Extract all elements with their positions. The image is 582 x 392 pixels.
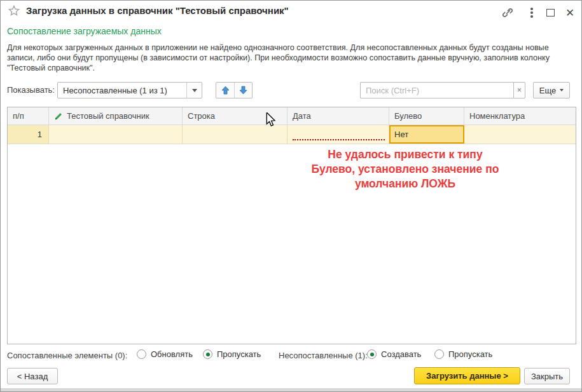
more-actions-button[interactable]: Еще xyxy=(533,82,570,98)
filter-value-input[interactable] xyxy=(58,83,186,98)
description-text: Для некоторых загруженных данных в прило… xyxy=(7,43,569,73)
close-button[interactable]: Закрыть xyxy=(524,368,570,384)
column-header-nomenclature[interactable]: Номенклатура xyxy=(464,107,576,125)
dialog-window: Загрузка данных в справочник "Тестовый с… xyxy=(0,0,582,392)
search-clear-button[interactable]: × xyxy=(513,82,525,98)
move-buttons-group xyxy=(216,82,253,98)
filter-dropdown[interactable] xyxy=(57,82,187,98)
annotation-line: умолчанию ЛОЖЬ xyxy=(267,177,544,191)
radio-icon xyxy=(137,349,146,359)
radio-selected-icon xyxy=(203,349,212,359)
annotation-line: Булево, установлено значение по xyxy=(267,162,544,177)
maximize-icon[interactable] xyxy=(543,6,557,20)
page-subtitle: Сопоставление загружаемых данных xyxy=(7,26,162,36)
table-header-row: п/п Тестовый справочник Строка Дата Буле… xyxy=(8,107,576,125)
unmatched-label: Несопоставленные (1): xyxy=(279,351,368,360)
annotation-line: Не удалось привести к типу xyxy=(267,147,544,162)
filter-dropdown-arrow[interactable] xyxy=(186,82,202,98)
arrow-down-icon xyxy=(239,86,247,95)
more-actions-label: Еще xyxy=(539,86,556,95)
favorite-star-icon[interactable] xyxy=(8,4,20,17)
table-row[interactable]: 1 Нет xyxy=(8,125,576,144)
move-up-button[interactable] xyxy=(216,83,234,98)
boolean-cell-selected[interactable]: Нет xyxy=(389,125,464,144)
nomenclature-cell[interactable] xyxy=(464,125,576,144)
pencil-edit-icon xyxy=(54,112,63,121)
chevron-down-icon xyxy=(192,89,197,92)
mouse-cursor xyxy=(265,112,277,130)
radio-selected-icon xyxy=(367,349,377,359)
show-label: Показывать: xyxy=(7,85,55,95)
error-annotation: Не удалось привести к типу Булево, устан… xyxy=(267,147,544,191)
search-input[interactable] xyxy=(360,82,513,98)
catalog-cell[interactable] xyxy=(49,125,183,144)
column-header-catalog[interactable]: Тестовый справочник xyxy=(49,107,183,125)
column-header-date[interactable]: Дата xyxy=(288,107,389,125)
arrow-up-icon xyxy=(221,86,230,95)
more-menu-icon[interactable] xyxy=(525,6,539,20)
radio-unmatched-create[interactable]: Создавать xyxy=(367,349,421,359)
error-underline xyxy=(293,139,385,140)
mapping-table: п/п Тестовый справочник Строка Дата Буле… xyxy=(7,107,576,344)
options-row: Сопоставленные элементы (0): Обновлять П… xyxy=(1,349,582,362)
column-header-num[interactable]: п/п xyxy=(8,107,49,125)
chevron-down-icon xyxy=(560,89,564,91)
radio-icon xyxy=(434,349,444,359)
back-button[interactable]: < Назад xyxy=(7,368,58,384)
window-title: Загрузка данных в справочник "Тестовый с… xyxy=(26,5,289,16)
column-header-boolean[interactable]: Булево xyxy=(389,107,464,125)
search-area: × xyxy=(360,82,525,98)
move-down-button[interactable] xyxy=(234,83,252,98)
radio-matched-update[interactable]: Обновлять xyxy=(137,349,193,359)
radio-unmatched-skip[interactable]: Пропускать xyxy=(434,349,492,359)
load-data-button[interactable]: Загрузить данные > xyxy=(414,367,520,384)
window-bottom-edge xyxy=(1,388,581,391)
date-cell[interactable] xyxy=(288,125,389,144)
row-number-cell[interactable]: 1 xyxy=(8,125,49,144)
close-window-icon[interactable]: ✕ xyxy=(563,6,577,20)
link-icon[interactable] xyxy=(501,6,515,20)
matched-label: Сопоставленные элементы (0): xyxy=(7,351,127,360)
radio-matched-skip[interactable]: Пропускать xyxy=(203,349,261,359)
